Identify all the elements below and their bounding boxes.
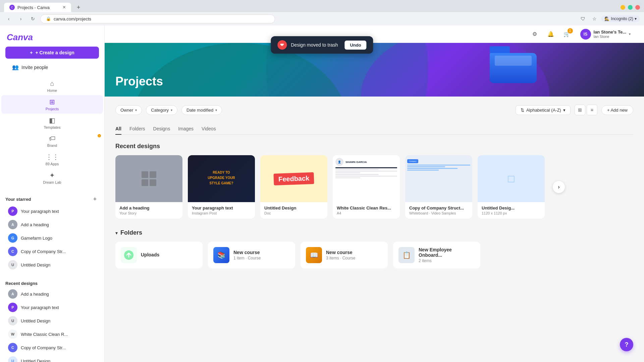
card-thumb-feedback: Feedback: [260, 155, 327, 202]
new-tab-button[interactable]: +: [74, 3, 83, 12]
filter-bar: Owner ▾ Category ▾ Date modified ▾ ⇅ Alp…: [115, 105, 633, 115]
owner-chevron-icon: ▾: [135, 108, 137, 112]
starred-item-company[interactable]: C Copy of Company Str...: [5, 245, 99, 258]
help-button[interactable]: ?: [620, 338, 633, 351]
tab-all[interactable]: All: [115, 123, 121, 135]
card-info-paragraph: Your paragraph text Instagram Post: [188, 202, 255, 219]
resume-name-area: SHAWN GARCIA: [345, 161, 367, 164]
toast-icon: ❤: [277, 40, 287, 50]
recent-item-resume[interactable]: W White Classic Clean R...: [5, 327, 99, 341]
design-card-heading[interactable]: Add a heading Your Story: [115, 155, 182, 219]
folder-card-employee[interactable]: 📋 New Employee Onboard... 2 items: [393, 242, 480, 268]
tab-folders[interactable]: Folders: [129, 123, 145, 135]
folders-section: ▾ Folders Uploads: [115, 229, 633, 268]
sidebar-templates-label: Templates: [44, 125, 60, 129]
folder-shine: [495, 56, 532, 66]
employee-folder-info: New Employee Onboard... 2 items: [419, 247, 475, 263]
close-button[interactable]: [635, 5, 640, 10]
category-filter[interactable]: Category ▾: [146, 105, 177, 115]
owner-filter[interactable]: Owner ▾: [115, 105, 142, 115]
sidebar-item-brand[interactable]: 🏷 Brand !: [1, 132, 103, 150]
list-view-button[interactable]: ≡: [587, 105, 597, 115]
sidebar-item-projects[interactable]: ⊞ Projects: [1, 95, 103, 114]
untitled-thumb-icon: □: [508, 173, 514, 185]
card-info-company: Copy of Company Struct... Whiteboard · V…: [405, 202, 472, 219]
minimize-button[interactable]: [621, 5, 625, 10]
tab-images[interactable]: Images: [178, 123, 194, 135]
notifications-button[interactable]: 🔔: [545, 29, 556, 40]
recent-item-company[interactable]: C Copy of Company Str...: [5, 341, 99, 354]
settings-button[interactable]: ⚙: [529, 29, 540, 40]
invite-people-button[interactable]: 👥 Invite people: [5, 61, 99, 73]
design-card-paragraph[interactable]: READY TOUPGRADE YOURSTYLE GAME? Your par…: [188, 155, 255, 219]
starred-add-button[interactable]: +: [91, 195, 99, 203]
canva-logo[interactable]: Canva: [0, 25, 104, 47]
folders-title: Folders: [120, 229, 142, 236]
recent-designs-section: Recent designs: [115, 143, 633, 219]
date-filter[interactable]: Date modified ▾: [181, 105, 222, 115]
starred-item-heading[interactable]: A Add a heading: [5, 218, 99, 231]
carousel-next-button[interactable]: ›: [550, 155, 568, 219]
url-text: canva.com/projects: [54, 16, 91, 21]
tab-designs[interactable]: Designs: [153, 123, 170, 135]
sidebar-item-templates[interactable]: ◧ Templates: [1, 114, 103, 132]
main-content: ⚙ 🔔 🛒 1 IS Ian Stone's Te... Ian Stone ▾: [105, 25, 644, 362]
address-bar[interactable]: 🔒 canva.com/projects: [40, 14, 275, 23]
refresh-button[interactable]: ↻: [28, 14, 38, 23]
starred-item-untitled[interactable]: U Untitled Design: [5, 258, 99, 272]
feedback-text-label: Feedback: [273, 172, 314, 185]
folders-toggle-icon[interactable]: ▾: [115, 230, 118, 236]
category-label: Category: [151, 108, 169, 113]
paragraph-thumb-bg: READY TOUPGRADE YOURSTYLE GAME?: [188, 155, 255, 202]
recent-item-untitled2[interactable]: U Untitled Design: [5, 354, 99, 362]
course2-folder-meta: 3 items · Course: [326, 256, 382, 260]
lock-icon: 🔒: [46, 16, 51, 21]
sidebar-home-label: Home: [47, 88, 57, 93]
recent-item-heading[interactable]: A Add a heading: [5, 287, 99, 301]
course1-folder-info: New course 1 item · Course: [233, 250, 290, 260]
design-card-resume[interactable]: 👤 SHAWN GARCIA: [333, 155, 400, 219]
user-menu[interactable]: IS Ian Stone's Te... Ian Stone ▾: [578, 27, 633, 41]
design-card-feedback[interactable]: Feedback Untitled Design Doc: [260, 155, 327, 219]
card-subtitle-company: Whiteboard · Video Samples: [409, 211, 468, 215]
tab-close-button[interactable]: ×: [63, 5, 66, 10]
course1-thumb: 📚: [213, 247, 229, 263]
tab-videos[interactable]: Videos: [202, 123, 216, 135]
projects-icon: ⊞: [49, 98, 55, 106]
recent-item-untitled1[interactable]: U Untitled Design: [5, 314, 99, 327]
starred-item-paragraph[interactable]: P Your paragraph text: [5, 204, 99, 218]
browser-tab[interactable]: C Projects - Canva ×: [4, 3, 71, 12]
folder-card-course1[interactable]: 📚 New course 1 item · Course: [208, 242, 295, 268]
maximize-button[interactable]: [628, 5, 633, 10]
back-button[interactable]: ‹: [4, 14, 13, 23]
add-new-button[interactable]: + Add new: [601, 105, 633, 115]
cart-button[interactable]: 🛒 1: [561, 29, 572, 40]
design-card-company[interactable]: Company Copy of Company Struct...: [405, 155, 472, 219]
sort-button[interactable]: ⇅ Alphabetical (A-Z) ▾: [516, 105, 571, 115]
design-card-untitled[interactable]: □ Untitled Desig... 1120 x 1120 px: [478, 155, 545, 219]
folder-card-course2[interactable]: 📖 New course 3 items · Course: [301, 242, 388, 268]
star-icon[interactable]: ☆: [590, 14, 599, 23]
sidebar-item-dreamlab[interactable]: ✦ Dream Lab: [1, 169, 103, 187]
sidebar-item-apps[interactable]: ⋮⋮ 89 Apps: [1, 150, 103, 169]
apps-icon: ⋮⋮: [46, 153, 59, 161]
uploads-folder-info: Uploads: [141, 252, 197, 258]
forward-button[interactable]: ›: [16, 14, 25, 23]
recent-label-resume: White Classic Clean R...: [21, 332, 68, 337]
filter-right: ⇅ Alphabetical (A-Z) ▾ ⊞ ≡ + Add new: [516, 105, 633, 115]
next-arrow-icon[interactable]: ›: [553, 181, 565, 193]
grid-view-button[interactable]: ⊞: [575, 105, 585, 115]
sidebar-item-home[interactable]: ⌂ Home: [1, 77, 103, 95]
starred-item-gamefarm[interactable]: G Gamefarm Logo: [5, 231, 99, 245]
starred-avatar-untitled: U: [8, 260, 17, 269]
user-avatar: IS: [580, 29, 591, 40]
paragraph-thumb-title: READY TOUPGRADE YOURSTYLE GAME?: [208, 170, 235, 186]
card-title-untitled: Untitled Desig...: [482, 205, 541, 210]
recent-avatar-heading: A: [8, 289, 17, 299]
undo-button[interactable]: Undo: [344, 41, 366, 50]
invite-icon: 👥: [12, 64, 19, 70]
recent-item-paragraph[interactable]: P Your paragraph text: [5, 301, 99, 314]
heading-thumb-bg: [115, 155, 182, 202]
folder-card-uploads[interactable]: Uploads: [115, 242, 203, 268]
create-design-button[interactable]: + + Create a design: [5, 47, 99, 59]
